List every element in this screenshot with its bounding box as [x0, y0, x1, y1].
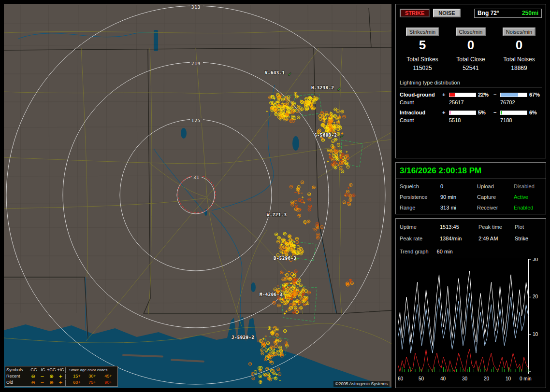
map-canvas: 31321912531 V-643-1✓H-3238-2✓G-568B-2✓W-… [4, 4, 391, 388]
legend-age-code: 90+ [100, 379, 116, 386]
setting-label: Capture [477, 194, 514, 200]
trend-x-label: 50 [419, 376, 424, 381]
rate-button-0[interactable]: Strikes/min [406, 28, 439, 36]
range-ring-label: 31 [193, 175, 200, 180]
storm-cell-label: G-568B-2 [314, 133, 337, 138]
legend-age-code: 45+ [100, 373, 116, 379]
range-ring-label: 219 [191, 61, 201, 66]
count-label: Count [400, 99, 442, 105]
storm-cell-label: B-5296-3 [274, 256, 296, 261]
trend-panel: Uptime1513:45Peak timePlotPeak rate1384/… [395, 218, 546, 388]
total-label: Total Close [448, 56, 493, 63]
setting-label: Persistence [400, 194, 440, 200]
distribution-title: Lightning type distribution [400, 80, 542, 85]
minus-percent: 6% [527, 110, 544, 115]
setting-label: Receiver [477, 205, 514, 210]
trend-duration-value: 60 min [437, 249, 453, 254]
legend-age-code: 30+ [85, 373, 100, 379]
legend-strike-symbol: − [38, 379, 47, 386]
status-cell: 1384/min [440, 236, 478, 241]
total-value: 52541 [448, 65, 493, 71]
plus-sign: + [442, 110, 449, 115]
storm-cell-label: W-721-3 [267, 212, 287, 217]
plus-count: 5518 [449, 117, 493, 123]
legend-text [65, 367, 69, 373]
legend-strike-symbol: ⊖ [29, 373, 38, 379]
strike-mode-button[interactable]: STRIKE [400, 9, 430, 17]
trend-x-label: 10 [506, 376, 511, 381]
trend-chart: 102030 [398, 258, 543, 376]
minus-count: 7188 [500, 117, 544, 123]
legend-age-code: 75+ [85, 379, 100, 386]
status-grid: Uptime1513:45Peak timePlotPeak rate1384/… [396, 223, 546, 241]
status-cell: Peak time [478, 224, 515, 230]
cursor-range-value: 250mi [522, 10, 538, 16]
legend-strike-symbol: + [56, 373, 65, 379]
trend-x-label: 60 [398, 376, 403, 381]
status-cell: Plot [515, 224, 542, 230]
trend-y-label: 30 [533, 258, 538, 262]
clock-panel: 3/16/2026 2:00:18 PM Squelch0UploadDisab… [395, 162, 546, 214]
legend-age-code: 15+ [69, 373, 85, 379]
rate-value: 0 [448, 38, 493, 53]
minus-count: 76702 [500, 99, 544, 105]
legend-symbols-header: Symbols [6, 367, 29, 373]
total-value: 18869 [496, 65, 542, 71]
setting-value: 0 [440, 183, 477, 189]
date-time-display: 3/16/2026 2:00:18 PM [396, 165, 546, 177]
map-legend: Symbols-CG-IC+CG+ICStrike age color code… [5, 366, 118, 387]
legend-col-header: -CG [29, 367, 38, 373]
trend-x-label: 40 [440, 376, 446, 381]
legend-text [65, 380, 69, 386]
bearing-range-display: Bng 72° 250mi [474, 9, 542, 18]
range-ring-label: 313 [191, 5, 201, 10]
legend-strike-symbol: + [56, 379, 65, 386]
distribution-bar [500, 93, 527, 97]
storm-cell-label: J-5929-2 [232, 335, 254, 340]
distribution-type-label: Intracloud [400, 110, 442, 115]
noise-mode-button[interactable]: NOISE [433, 9, 460, 17]
total-value: 115025 [400, 65, 445, 71]
trend-y-label: 20 [533, 294, 538, 299]
trend-x-label: 20 [484, 376, 489, 381]
distribution-bar [449, 111, 476, 115]
setting-label: Upload [477, 183, 514, 189]
distribution-type-label: Cloud-ground [400, 92, 442, 98]
legend-strike-symbol: ⊕ [47, 373, 56, 379]
minus-percent: 67% [527, 92, 544, 98]
settings-grid: Squelch0UploadDisabledPersistence90 minC… [396, 179, 546, 210]
count-label: Count [400, 117, 442, 123]
legend-col-header: +IC [56, 367, 65, 373]
storm-cell-label: M-4206-3 [260, 292, 282, 297]
plus-percent: 22% [476, 92, 493, 98]
rate-card: Noises/min0Total Noises18869 [496, 27, 542, 71]
storm-cell-check-icon: ✓ [337, 87, 341, 92]
minus-sign: − [493, 110, 500, 115]
rate-cards: Strikes/min5Total Strikes115025Close/min… [400, 27, 542, 71]
rate-button-2[interactable]: Noises/min [503, 28, 536, 36]
control-panel: STRIKE NOISE Bng 72° 250mi Strikes/min5T… [395, 4, 546, 392]
legend-age-code: 60+ [69, 379, 85, 386]
legend-strike-symbol: ⊕ [47, 379, 56, 386]
setting-label: Range [400, 205, 440, 210]
copyright-notice: ©2005 Astrogenic Systems [333, 381, 390, 387]
legend-col-header: +CG [47, 367, 56, 373]
distribution-rows: Cloud-ground+22%−67%Count2561776702Intra… [400, 92, 542, 123]
status-cell: Strike [515, 236, 542, 241]
minus-sign: − [493, 92, 500, 98]
total-label: Total Strikes [400, 56, 445, 63]
setting-value: 90 min [440, 194, 477, 200]
rate-button-1[interactable]: Close/min [456, 28, 486, 36]
trend-x-label: 30 [462, 376, 467, 381]
setting-status: Enabled [514, 205, 542, 210]
trend-x-label: 0 min [520, 376, 531, 381]
stats-panel: STRIKE NOISE Bng 72° 250mi Strikes/min5T… [395, 4, 546, 158]
rate-card: Close/min0Total Close52541 [448, 27, 493, 71]
plus-count: 25617 [449, 99, 493, 105]
total-label: Total Noises [496, 56, 542, 63]
lightning-map[interactable]: 31321912531 V-643-1✓H-3238-2✓G-568B-2✓W-… [4, 4, 391, 388]
distribution-bar [500, 111, 527, 115]
legend-text [65, 374, 69, 379]
legend-age-header: Strike age color codes [69, 367, 116, 373]
plus-sign: + [442, 92, 449, 98]
